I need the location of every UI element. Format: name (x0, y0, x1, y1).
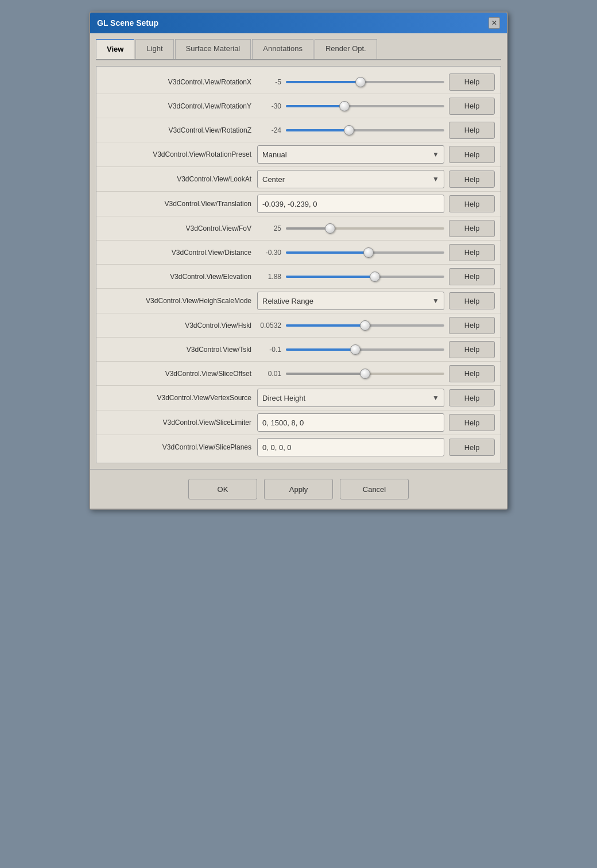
label-height-scale-mode: V3dControl.View/HeighScaleMode (102, 297, 257, 305)
param-row-rotation-z: V3dControl.View/RotationZ -24 Help (96, 118, 501, 142)
dropdown-vertex-source-value: Direct Height (262, 394, 305, 402)
param-row-elevation: V3dControl.View/Elevation 1.88 Help (96, 265, 501, 289)
help-rotation-y[interactable]: Help (449, 98, 495, 115)
param-row-rotation-x: V3dControl.View/RotationX -5 Help (96, 70, 501, 94)
help-slice-limiter[interactable]: Help (449, 414, 495, 431)
input-slice-planes[interactable] (257, 438, 444, 456)
control-height-scale-mode: Relative Range ▼ (257, 292, 444, 310)
track-rotation-x[interactable] (286, 81, 444, 83)
dropdown-rotation-preset[interactable]: Manual ▼ (257, 145, 444, 164)
help-slice-planes[interactable]: Help (449, 439, 495, 456)
help-slice-offset[interactable]: Help (449, 365, 495, 382)
control-rotation-preset: Manual ▼ (257, 145, 444, 164)
tab-annotations[interactable]: Annotations (252, 39, 313, 59)
slider-rotation-z: -24 (257, 126, 444, 134)
ok-button[interactable]: OK (188, 479, 257, 499)
input-translation[interactable] (257, 195, 444, 213)
slider-rotation-y: -30 (257, 102, 444, 110)
help-tskl[interactable]: Help (449, 341, 495, 358)
slider-elevation: 1.88 (257, 273, 444, 281)
param-row-distance: V3dControl.View/Distance -0.30 Help (96, 241, 501, 265)
tab-surface-material[interactable]: Surface Material (175, 39, 251, 59)
dropdown-look-at[interactable]: Center ▼ (257, 170, 444, 188)
value-rotation-x: -5 (257, 78, 286, 86)
tab-bar: View Light Surface Material Annotations … (96, 39, 501, 60)
track-rotation-y[interactable] (286, 105, 444, 107)
help-look-at[interactable]: Help (449, 170, 495, 188)
param-row-fov: V3dControl.View/FoV 25 Help (96, 216, 501, 241)
param-row-height-scale-mode: V3dControl.View/HeighScaleMode Relative … (96, 289, 501, 313)
track-tskl[interactable] (286, 348, 444, 351)
track-elevation[interactable] (286, 276, 444, 278)
label-translation: V3dControl.View/Translation (102, 200, 257, 208)
value-tskl: -0.1 (257, 346, 286, 354)
track-distance[interactable] (286, 251, 444, 254)
slider-fov: 25 (257, 224, 444, 232)
dropdown-height-scale-mode[interactable]: Relative Range ▼ (257, 292, 444, 310)
param-row-hskl: V3dControl.View/Hskl 0.0532 Help (96, 313, 501, 338)
control-rotation-x: -5 (257, 78, 444, 86)
help-vertex-source[interactable]: Help (449, 389, 495, 406)
apply-button[interactable]: Apply (264, 479, 333, 499)
value-hskl: 0.0532 (257, 321, 286, 330)
label-look-at: V3dControl.View/LookAt (102, 175, 257, 183)
slider-hskl: 0.0532 (257, 321, 444, 330)
control-translation (257, 195, 444, 213)
control-rotation-y: -30 (257, 102, 444, 110)
track-rotation-z[interactable] (286, 129, 444, 131)
help-rotation-preset[interactable]: Help (449, 146, 495, 163)
slider-rotation-x: -5 (257, 78, 444, 86)
label-slice-planes: V3dControl.View/SlicePlanes (102, 443, 257, 451)
slider-slice-offset: 0.01 (257, 370, 444, 378)
label-slice-offset: V3dControl.View/SliceOffset (102, 370, 257, 378)
param-row-translation: V3dControl.View/Translation Help (96, 192, 501, 216)
control-slice-offset: 0.01 (257, 370, 444, 378)
param-row-slice-offset: V3dControl.View/SliceOffset 0.01 Help (96, 362, 501, 386)
dropdown-rotation-preset-value: Manual (262, 150, 287, 159)
label-hskl: V3dControl.View/Hskl (102, 321, 257, 330)
help-fov[interactable]: Help (449, 220, 495, 237)
track-slice-offset[interactable] (286, 373, 444, 375)
help-distance[interactable]: Help (449, 244, 495, 261)
label-rotation-preset: V3dControl.View/RotationPreset (102, 150, 257, 158)
close-button[interactable]: ✕ (489, 17, 500, 29)
chevron-down-icon: ▼ (432, 175, 439, 183)
label-fov: V3dControl.View/FoV (102, 224, 257, 232)
control-distance: -0.30 (257, 249, 444, 257)
param-row-rotation-preset: V3dControl.View/RotationPreset Manual ▼ … (96, 142, 501, 167)
dialog-content: View Light Surface Material Annotations … (90, 33, 507, 469)
track-fov[interactable] (286, 227, 444, 230)
tab-light[interactable]: Light (135, 39, 173, 59)
param-row-rotation-y: V3dControl.View/RotationY -30 Help (96, 94, 501, 118)
help-height-scale-mode[interactable]: Help (449, 292, 495, 309)
help-elevation[interactable]: Help (449, 268, 495, 285)
value-rotation-z: -24 (257, 126, 286, 134)
tab-view[interactable]: View (96, 39, 134, 59)
input-slice-limiter[interactable] (257, 413, 444, 432)
help-translation[interactable]: Help (449, 195, 495, 212)
control-look-at: Center ▼ (257, 170, 444, 188)
control-elevation: 1.88 (257, 273, 444, 281)
cancel-button[interactable]: Cancel (340, 479, 409, 499)
track-hskl[interactable] (286, 324, 444, 327)
control-fov: 25 (257, 224, 444, 232)
slider-distance: -0.30 (257, 249, 444, 257)
help-rotation-z[interactable]: Help (449, 122, 495, 139)
dropdown-vertex-source[interactable]: Direct Height ▼ (257, 389, 444, 407)
param-row-look-at: V3dControl.View/LookAt Center ▼ Help (96, 167, 501, 192)
slider-tskl: -0.1 (257, 346, 444, 354)
label-slice-limiter: V3dControl.View/SliceLimiter (102, 418, 257, 427)
param-row-slice-planes: V3dControl.View/SlicePlanes Help (96, 435, 501, 459)
help-hskl[interactable]: Help (449, 317, 495, 334)
label-rotation-x: V3dControl.View/RotationX (102, 78, 257, 86)
control-vertex-source: Direct Height ▼ (257, 389, 444, 407)
param-row-vertex-source: V3dControl.View/VertexSource Direct Heig… (96, 386, 501, 410)
label-rotation-y: V3dControl.View/RotationY (102, 102, 257, 110)
tab-render-opt[interactable]: Render Opt. (315, 39, 377, 59)
label-elevation: V3dControl.View/Elevation (102, 273, 257, 281)
value-elevation: 1.88 (257, 273, 286, 281)
help-rotation-x[interactable]: Help (449, 73, 495, 91)
dropdown-look-at-value: Center (262, 175, 285, 184)
control-tskl: -0.1 (257, 346, 444, 354)
control-slice-planes (257, 438, 444, 456)
